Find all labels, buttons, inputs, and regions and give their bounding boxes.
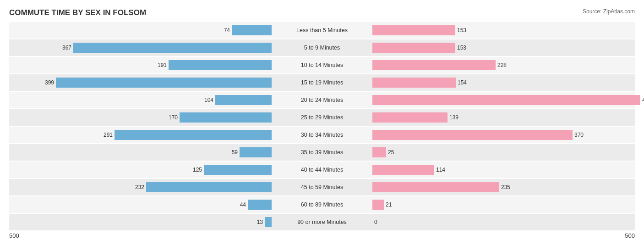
bar-row: 4460 to 89 Minutes21: [9, 196, 635, 213]
bar-label: 40 to 44 Minutes: [272, 167, 372, 173]
male-value: 104: [204, 97, 213, 103]
bar-label: 45 to 59 Minutes: [272, 184, 372, 190]
left-section: 232: [9, 179, 272, 195]
bar-row: 74Less than 5 Minutes153: [9, 22, 635, 39]
right-section: 153: [372, 39, 635, 56]
left-section: 291: [9, 127, 272, 143]
male-bar: [115, 130, 272, 140]
male-bar: [73, 43, 272, 53]
female-bar: [372, 147, 386, 157]
bar-row: 19110 to 14 Minutes228: [9, 57, 635, 73]
axis-labels: 500 500: [9, 232, 635, 239]
male-bar: [204, 165, 272, 175]
male-bar: [169, 60, 272, 70]
female-bar: [372, 200, 384, 210]
male-bar: [248, 200, 272, 210]
bar-label: 60 to 89 Minutes: [272, 201, 372, 208]
bar-label: 5 to 9 Minutes: [272, 45, 372, 51]
male-value: 170: [169, 114, 178, 121]
right-section: 0: [372, 214, 635, 230]
right-section: 25: [372, 144, 635, 161]
male-value: 191: [158, 62, 167, 68]
male-bar: [240, 147, 272, 157]
bar-row: 1390 or more Minutes0: [9, 214, 635, 230]
right-section: 235: [372, 179, 635, 195]
chart-title: COMMUTE TIME BY SEX IN FOLSOM: [9, 8, 635, 17]
right-section: 21: [372, 196, 635, 213]
bar-label: 20 to 24 Minutes: [272, 97, 372, 103]
female-value: 235: [501, 184, 510, 190]
female-bar: [372, 182, 499, 192]
male-bar: [56, 78, 272, 88]
right-section: 496: [372, 92, 635, 108]
left-section: 125: [9, 162, 272, 178]
bar-label: 30 to 34 Minutes: [272, 132, 372, 138]
right-section: 114: [372, 162, 635, 178]
right-section: 153: [372, 22, 635, 39]
right-section: 370: [372, 127, 635, 143]
female-value: 370: [574, 132, 584, 138]
female-value: 154: [458, 79, 467, 86]
male-value: 232: [135, 184, 144, 190]
female-value: 21: [386, 201, 392, 208]
axis-left: 500: [9, 232, 19, 239]
female-bar: [372, 95, 640, 105]
chart-container: COMMUTE TIME BY SEX IN FOLSOM Source: Zi…: [0, 0, 644, 240]
male-value: 74: [224, 27, 230, 33]
male-value: 291: [104, 132, 113, 138]
bar-row: 29130 to 34 Minutes370: [9, 127, 635, 143]
female-value: 0: [374, 219, 377, 225]
bar-row: 39915 to 19 Minutes154: [9, 74, 635, 91]
female-value: 153: [457, 27, 466, 33]
male-value: 125: [193, 167, 202, 173]
female-bar: [372, 165, 434, 175]
bar-label: 25 to 29 Minutes: [272, 114, 372, 121]
left-section: 13: [9, 214, 272, 230]
left-section: 59: [9, 144, 272, 161]
male-value: 13: [257, 219, 263, 225]
right-section: 228: [372, 57, 635, 73]
bar-row: 12540 to 44 Minutes114: [9, 162, 635, 178]
female-bar: [372, 60, 496, 70]
male-value: 399: [45, 79, 54, 86]
left-section: 367: [9, 39, 272, 56]
source-label: Source: ZipAtlas.com: [583, 8, 635, 15]
right-section: 139: [372, 109, 635, 126]
female-value: 496: [642, 97, 644, 103]
bar-row: 17025 to 29 Minutes139: [9, 109, 635, 126]
male-value: 44: [240, 201, 246, 208]
bar-row: 3675 to 9 Minutes153: [9, 39, 635, 56]
female-value: 228: [497, 62, 507, 68]
left-section: 44: [9, 196, 272, 213]
left-section: 74: [9, 22, 272, 39]
female-bar: [372, 130, 573, 140]
bar-label: 35 to 39 Minutes: [272, 149, 372, 156]
female-value: 114: [436, 167, 445, 173]
left-section: 191: [9, 57, 272, 73]
male-bar: [146, 182, 272, 192]
male-bar: [265, 217, 272, 227]
bar-label: 90 or more Minutes: [272, 219, 372, 225]
male-bar: [232, 25, 272, 35]
right-section: 154: [372, 74, 635, 91]
male-bar: [215, 95, 272, 105]
female-bar: [372, 78, 456, 88]
female-bar: [372, 25, 455, 35]
bar-row: 5935 to 39 Minutes25: [9, 144, 635, 161]
male-value: 367: [62, 45, 71, 51]
left-section: 104: [9, 92, 272, 108]
female-value: 153: [457, 45, 466, 51]
bar-label: Less than 5 Minutes: [272, 27, 372, 33]
female-bar: [372, 43, 455, 53]
axis-right: 500: [625, 232, 635, 239]
female-bar: [372, 112, 448, 123]
bars-area: 74Less than 5 Minutes1533675 to 9 Minute…: [9, 22, 635, 230]
left-section: 399: [9, 74, 272, 91]
bar-row: 10420 to 24 Minutes496: [9, 92, 635, 108]
bar-label: 10 to 14 Minutes: [272, 62, 372, 68]
female-value: 139: [449, 114, 458, 121]
bar-label: 15 to 19 Minutes: [272, 79, 372, 86]
female-value: 25: [388, 149, 394, 156]
bar-row: 23245 to 59 Minutes235: [9, 179, 635, 195]
left-section: 170: [9, 109, 272, 126]
